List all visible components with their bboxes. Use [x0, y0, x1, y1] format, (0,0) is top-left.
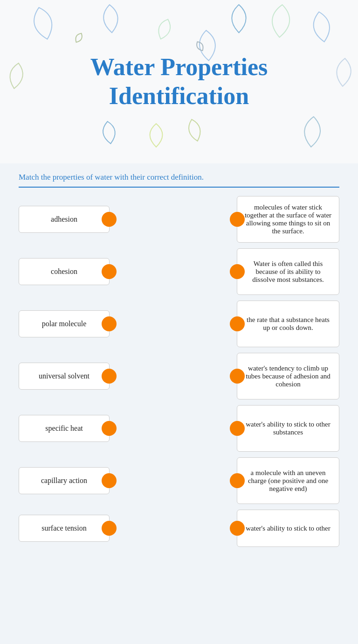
drop-decoration-9 [96, 118, 122, 147]
match-row-5: specific heat water's ability to stick t… [19, 405, 339, 452]
def-box-6[interactable]: a molecule with an uneven charge (one po… [237, 457, 339, 504]
term-universal-solvent[interactable]: universal solvent [19, 363, 110, 390]
term-capillary-action[interactable]: capillary action [19, 467, 110, 494]
drop-decoration-10 [150, 14, 179, 45]
title-line2: Identification [109, 83, 249, 109]
match-row-7: surface tension water's ability to stick… [19, 510, 339, 547]
def-box-1[interactable]: molecules of water stick together at the… [237, 196, 339, 243]
page-title: Water Properties Identification [90, 53, 268, 111]
term-cohesion[interactable]: cohesion [19, 258, 110, 285]
def-box-4[interactable]: water's tendency to climb up tubes becau… [237, 353, 339, 399]
match-row-4: universal solvent water's tendency to cl… [19, 353, 339, 399]
drop-decoration-6 [264, 1, 298, 41]
match-row-3: polar molecule the rate that a substance… [19, 301, 339, 347]
match-row-2: cohesion Water is often called this beca… [19, 248, 339, 295]
connector-dot-right-5 [230, 421, 245, 436]
drop-decoration-8 [330, 55, 358, 90]
term-surface-tension[interactable]: surface tension [19, 515, 110, 542]
connector-dot-left-3 [102, 316, 117, 331]
connector-dot-right-2 [230, 264, 245, 279]
drop-decoration-12 [297, 113, 328, 151]
drop-decoration-5 [226, 2, 252, 35]
connector-dot-left-7 [102, 521, 117, 536]
connector-dot-left-5 [102, 421, 117, 436]
match-container: adhesion molecules of water stick togeth… [19, 196, 339, 553]
connector-dot-left-6 [102, 473, 117, 488]
match-row-6: capillary action a molecule with an unev… [19, 457, 339, 504]
connector-dot-left-1 [102, 212, 117, 227]
match-row-1: adhesion molecules of water stick togeth… [19, 196, 339, 243]
connector-dot-left-4 [102, 369, 117, 384]
drop-decoration-7 [305, 7, 338, 46]
connector-dot-left-2 [102, 264, 117, 279]
drop-decoration-0 [24, 1, 62, 45]
drop-decoration-13 [69, 28, 88, 48]
header-area: Water Properties Identification [0, 0, 358, 163]
term-adhesion[interactable]: adhesion [19, 206, 110, 233]
connector-dot-right-1 [230, 212, 245, 227]
instruction-text: Match the properties of water with their… [19, 173, 339, 188]
connector-dot-right-4 [230, 369, 245, 384]
def-box-3[interactable]: the rate that a substance heats up or co… [237, 301, 339, 347]
drop-decoration-3 [145, 121, 168, 149]
title-line1: Water Properties [90, 54, 268, 80]
term-specific-heat[interactable]: specific heat [19, 415, 110, 442]
def-box-2[interactable]: Water is often called this because of it… [237, 248, 339, 295]
def-box-7[interactable]: water's ability to stick to other [237, 510, 339, 547]
def-box-5[interactable]: water's ability to stick to other substa… [237, 405, 339, 452]
term-polar-molecule[interactable]: polar molecule [19, 310, 110, 337]
drop-decoration-2 [96, 1, 125, 36]
drop-decoration-11 [181, 114, 208, 146]
connector-dot-right-3 [230, 316, 245, 331]
connector-dot-right-7 [230, 521, 245, 536]
content-area: Match the properties of water with their… [0, 163, 358, 571]
connector-dot-right-6 [230, 473, 245, 488]
drop-decoration-1 [2, 59, 31, 93]
